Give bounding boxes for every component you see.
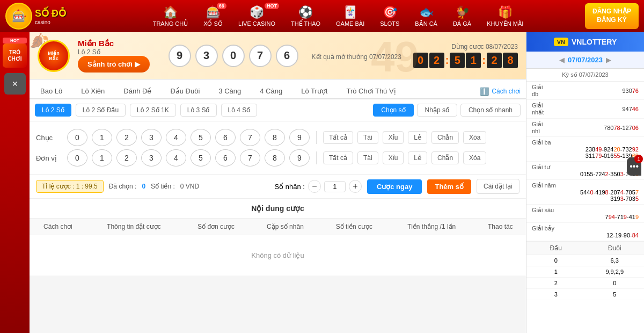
- nav-ban-ca[interactable]: 🐟 BẮN CÁ: [408, 3, 444, 30]
- bet-row: Tỉ lệ cược : 1 : 99.5 Đã chọn : 0 Số tiề…: [30, 175, 526, 199]
- donvi-9[interactable]: 9: [289, 149, 310, 166]
- sub-tab-lo2so1k[interactable]: Lô 2 Số 1K: [130, 104, 176, 117]
- game-type: Lô 2 Số: [78, 48, 150, 56]
- donvi-3[interactable]: 3: [141, 149, 162, 166]
- cuoc-ngay-button[interactable]: Cược ngay: [367, 179, 422, 194]
- donvi-5[interactable]: 5: [191, 149, 211, 166]
- chuc-6[interactable]: 6: [215, 129, 236, 146]
- chuc-chan[interactable]: Chẵn: [431, 131, 459, 144]
- nav-da-ga[interactable]: 🐓 ĐÁ GÀ: [447, 3, 478, 30]
- donvi-tat-ca[interactable]: Tất cả: [323, 151, 353, 164]
- nav-slots[interactable]: 🎯 SLOTS: [374, 3, 406, 30]
- tro-choi-sidebar-btn[interactable]: TRÒCHƠI: [3, 44, 27, 68]
- sub-tab-lo2so[interactable]: Lô 2 Số: [35, 104, 71, 117]
- donvi-0[interactable]: 0: [67, 149, 87, 166]
- sub-tabs: Lô 2 Số Lô 2 Số Đầu Lô 2 Số 1K Lô 3 Số L…: [30, 99, 526, 121]
- divider-chuc: [316, 131, 317, 144]
- chuc-0[interactable]: 0: [67, 129, 87, 146]
- tab-tro-choi[interactable]: Trò Chơi Thú Vị: [341, 84, 401, 99]
- next-date-icon[interactable]: ▶: [606, 56, 611, 64]
- prize-nhat-name: Giải nhất: [532, 102, 559, 116]
- col-cach-choi: Cách chơi: [30, 219, 86, 235]
- bet-content: Nội dung cược Cách chơi Thông tin đặt cư…: [30, 199, 526, 276]
- nhap-so-btn[interactable]: Nhập số: [417, 104, 457, 117]
- ban-ca-icon: 🐟: [419, 5, 434, 19]
- chuc-1[interactable]: 1: [92, 129, 112, 146]
- float-menu-btn[interactable]: ••• 1: [627, 157, 641, 176]
- sub-tab-lo2sodau[interactable]: Lô 2 Số Đầu: [76, 104, 126, 117]
- increase-multiplier-btn[interactable]: +: [349, 180, 362, 193]
- dd-row-1: 1 9,9,2,9: [526, 266, 644, 278]
- tab-dau-duoi[interactable]: Đầu Đuôi: [165, 84, 205, 99]
- live-casino-icon: 🎲: [250, 5, 264, 19]
- multiplier-input[interactable]: [324, 181, 346, 192]
- dd-duoi-1: 9,9,2,9: [586, 266, 645, 277]
- decrease-multiplier-btn[interactable]: −: [308, 180, 321, 193]
- chuc-tai[interactable]: Tài: [357, 131, 378, 144]
- chuc-9[interactable]: 9: [289, 129, 310, 146]
- donvi-chan[interactable]: Chẵn: [431, 151, 459, 164]
- chuc-xoa[interactable]: Xóa: [463, 131, 486, 144]
- result-date-area: Kết quả mở thưởng 07/07/2023: [312, 51, 401, 61]
- col-so-tien: Số tiền cược: [320, 219, 389, 235]
- cach-choi-link[interactable]: Cách chơi: [492, 88, 521, 95]
- login-register-button[interactable]: ĐĂNG NHẬP ĐĂNG KÝ: [585, 3, 639, 28]
- sub-tab-lo4so[interactable]: Lô 4 Số: [221, 104, 258, 117]
- dd-dau-header: Đầu: [526, 242, 586, 255]
- donvi-xoa[interactable]: Xóa: [463, 151, 486, 164]
- donvi-tai[interactable]: Tài: [357, 151, 378, 164]
- chuc-4[interactable]: 4: [166, 129, 186, 146]
- chuc-7[interactable]: 7: [240, 129, 260, 146]
- timer-d4: 2: [487, 53, 502, 68]
- prev-date-icon[interactable]: ◀: [559, 56, 565, 64]
- slots-icon: 🎯: [383, 5, 397, 19]
- timer-d2: 5: [450, 53, 465, 68]
- chuc-2[interactable]: 2: [116, 129, 137, 146]
- nav-live-casino[interactable]: HOT 🎲 LIVE CASINO: [232, 3, 282, 30]
- num-ball-2: 0: [222, 45, 245, 67]
- nav-khuyen-mai[interactable]: 🎁 KHUYẾN MÃI: [480, 3, 530, 30]
- donvi-7[interactable]: 7: [240, 149, 260, 166]
- home-icon: 🏠: [163, 5, 178, 19]
- chuc-le[interactable]: Lẻ: [408, 131, 427, 144]
- da-chon-val: 0: [142, 183, 145, 190]
- dd-table: Đầu Đuôi 0 6,3 1 9,9,2,9 2 0 3 5: [526, 241, 644, 300]
- timer-d0: 0: [413, 53, 428, 68]
- reset-button[interactable]: Cài đặt lại: [477, 179, 519, 194]
- tab-lo-truot[interactable]: Lô Trượt: [296, 84, 333, 99]
- nav-the-thao[interactable]: ⚽ THỂ THAO: [284, 3, 327, 30]
- login-line2: ĐĂNG KÝ: [597, 16, 626, 25]
- nav-game-bai[interactable]: 🃏 GAME BÀI: [330, 3, 371, 30]
- tab-danh-de[interactable]: Đánh Đề: [118, 84, 157, 99]
- close-sidebar-btn[interactable]: ✕: [4, 73, 26, 95]
- khuyen-mai-icon: 🎁: [498, 5, 513, 19]
- dd-row-3: 3 5: [526, 289, 644, 300]
- chuc-3[interactable]: 3: [141, 129, 162, 146]
- left-sidebar: HOT TRÒCHƠI ✕: [0, 32, 30, 333]
- tab-lo-xien[interactable]: Lô Xiên: [76, 84, 110, 99]
- so-tien-label: Số tiền :: [151, 183, 175, 190]
- sub-tab-lo3so[interactable]: Lô 3 Số: [180, 104, 217, 117]
- donvi-1[interactable]: 1: [92, 149, 112, 166]
- donvi-8[interactable]: 8: [265, 149, 285, 166]
- donvi-4[interactable]: 4: [166, 149, 186, 166]
- donvi-2[interactable]: 2: [116, 149, 137, 166]
- donvi-xiu[interactable]: Xỉu: [383, 151, 404, 164]
- play-button[interactable]: Sảnh trò chơi ▶: [78, 56, 150, 73]
- nav-xo-so[interactable]: 66 🎰 XỔ SỐ: [197, 3, 229, 30]
- nav-trang-chu[interactable]: 🏠 TRANG CHỦ: [147, 3, 194, 30]
- prize-nhi-name: Giải nhì: [532, 121, 559, 134]
- tab-bao-lo[interactable]: Bao Lô: [35, 84, 68, 99]
- chon-so-nhanh-btn[interactable]: Chọn số nhanh: [460, 104, 521, 117]
- chon-so-btn[interactable]: Chọn số: [373, 104, 413, 117]
- chuc-8[interactable]: 8: [265, 129, 285, 146]
- donvi-6[interactable]: 6: [215, 149, 236, 166]
- them-so-button[interactable]: Thêm số: [427, 179, 471, 194]
- chuc-xiu[interactable]: Xỉu: [383, 131, 404, 144]
- dd-dau-3: 3: [526, 289, 586, 300]
- chuc-tat-ca[interactable]: Tất cả: [323, 131, 353, 144]
- tab-4-cang[interactable]: 4 Càng: [254, 84, 288, 99]
- chuc-5[interactable]: 5: [191, 129, 211, 146]
- donvi-le[interactable]: Lẻ: [408, 151, 427, 164]
- tab-3-cang[interactable]: 3 Càng: [213, 84, 246, 99]
